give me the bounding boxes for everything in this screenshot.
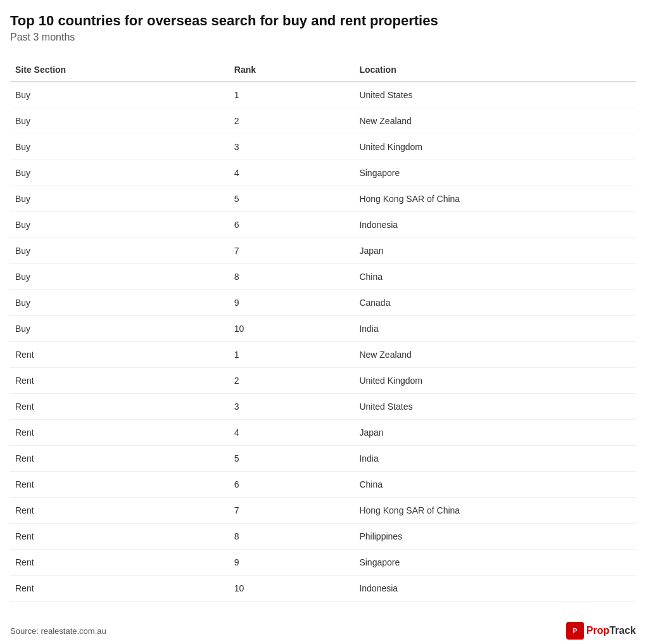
- cell-rank: 7: [229, 238, 355, 264]
- cell-site-section: Rent: [10, 420, 229, 446]
- cell-location: Indonesia: [354, 576, 636, 602]
- cell-rank: 5: [229, 446, 355, 472]
- cell-site-section: Buy: [10, 212, 229, 238]
- cell-location: Japan: [354, 238, 636, 264]
- col-header-site-section: Site Section: [10, 58, 229, 82]
- cell-site-section: Buy: [10, 186, 229, 212]
- table-row: Buy8China: [10, 264, 636, 290]
- table-row: Rent2United Kingdom: [10, 368, 636, 394]
- table-row: Buy3United Kingdom: [10, 134, 636, 160]
- cell-site-section: Rent: [10, 472, 229, 498]
- cell-rank: 4: [229, 160, 355, 186]
- page-subtitle: Past 3 months: [10, 32, 636, 43]
- table-row: Buy9Canada: [10, 290, 636, 316]
- cell-rank: 10: [229, 316, 355, 342]
- table-row: Buy10India: [10, 316, 636, 342]
- cell-site-section: Rent: [10, 498, 229, 524]
- page-title: Top 10 countries for overseas search for…: [10, 13, 636, 29]
- col-header-rank: Rank: [229, 58, 355, 82]
- cell-location: United States: [354, 82, 636, 108]
- table-header-row: Site Section Rank Location: [10, 58, 636, 82]
- cell-rank: 2: [229, 108, 355, 134]
- footer: Source: realestate.com.au P PropTrack: [10, 617, 636, 640]
- table-row: Buy1United States: [10, 82, 636, 108]
- table-row: Rent4Japan: [10, 420, 636, 446]
- cell-rank: 10: [229, 576, 355, 602]
- cell-location: Singapore: [354, 160, 636, 186]
- cell-site-section: Buy: [10, 160, 229, 186]
- cell-location: United Kingdom: [354, 368, 636, 394]
- cell-location: Philippines: [354, 524, 636, 550]
- cell-site-section: Rent: [10, 576, 229, 602]
- cell-location: New Zealand: [354, 108, 636, 134]
- cell-location: India: [354, 446, 636, 472]
- table-row: Rent3United States: [10, 394, 636, 420]
- table-row: Buy6Indonesia: [10, 212, 636, 238]
- proptrack-text: PropTrack: [586, 625, 636, 636]
- cell-location: United Kingdom: [354, 134, 636, 160]
- cell-rank: 8: [229, 524, 355, 550]
- cell-site-section: Rent: [10, 550, 229, 576]
- cell-site-section: Rent: [10, 342, 229, 368]
- cell-location: Singapore: [354, 550, 636, 576]
- table-row: Buy7Japan: [10, 238, 636, 264]
- col-header-location: Location: [354, 58, 636, 82]
- table-row: Rent8Philippines: [10, 524, 636, 550]
- cell-location: Japan: [354, 420, 636, 446]
- proptrack-logo: P PropTrack: [566, 622, 636, 640]
- cell-rank: 8: [229, 264, 355, 290]
- cell-location: Indonesia: [354, 212, 636, 238]
- cell-rank: 3: [229, 394, 355, 420]
- table-row: Rent10Indonesia: [10, 576, 636, 602]
- proptrack-icon-letter: P: [573, 628, 577, 635]
- cell-site-section: Rent: [10, 446, 229, 472]
- cell-location: Hong Kong SAR of China: [354, 186, 636, 212]
- table-row: Rent5India: [10, 446, 636, 472]
- cell-location: Hong Kong SAR of China: [354, 498, 636, 524]
- cell-rank: 7: [229, 498, 355, 524]
- cell-rank: 6: [229, 472, 355, 498]
- cell-site-section: Rent: [10, 394, 229, 420]
- table-row: Buy4Singapore: [10, 160, 636, 186]
- cell-rank: 5: [229, 186, 355, 212]
- cell-site-section: Buy: [10, 238, 229, 264]
- cell-site-section: Buy: [10, 316, 229, 342]
- cell-site-section: Buy: [10, 134, 229, 160]
- cell-site-section: Rent: [10, 524, 229, 550]
- cell-site-section: Rent: [10, 368, 229, 394]
- data-table: Site Section Rank Location Buy1United St…: [10, 58, 636, 602]
- cell-location: Canada: [354, 290, 636, 316]
- table-row: Buy2New Zealand: [10, 108, 636, 134]
- cell-rank: 2: [229, 368, 355, 394]
- table-row: Rent9Singapore: [10, 550, 636, 576]
- cell-site-section: Buy: [10, 108, 229, 134]
- proptrack-icon: P: [566, 622, 584, 640]
- source-text: Source: realestate.com.au: [10, 626, 106, 636]
- cell-rank: 1: [229, 82, 355, 108]
- table-row: Buy5Hong Kong SAR of China: [10, 186, 636, 212]
- table-row: Rent1New Zealand: [10, 342, 636, 368]
- cell-rank: 1: [229, 342, 355, 368]
- cell-rank: 6: [229, 212, 355, 238]
- cell-rank: 9: [229, 550, 355, 576]
- cell-location: China: [354, 472, 636, 498]
- cell-site-section: Buy: [10, 82, 229, 108]
- table-row: Rent7Hong Kong SAR of China: [10, 498, 636, 524]
- table-row: Rent6China: [10, 472, 636, 498]
- cell-location: India: [354, 316, 636, 342]
- cell-site-section: Buy: [10, 290, 229, 316]
- cell-rank: 4: [229, 420, 355, 446]
- cell-rank: 9: [229, 290, 355, 316]
- cell-site-section: Buy: [10, 264, 229, 290]
- cell-location: New Zealand: [354, 342, 636, 368]
- cell-location: United States: [354, 394, 636, 420]
- cell-rank: 3: [229, 134, 355, 160]
- cell-location: China: [354, 264, 636, 290]
